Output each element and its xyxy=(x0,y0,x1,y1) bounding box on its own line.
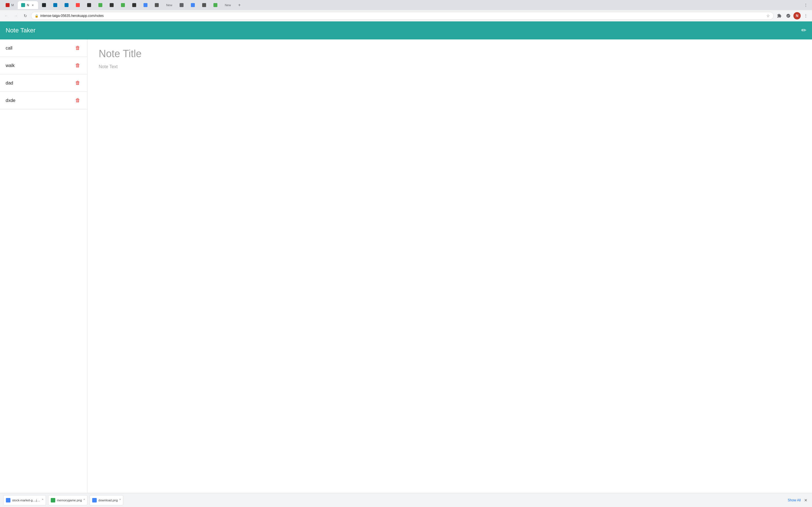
tab-favicon-13 xyxy=(202,3,206,7)
url-display: intense-taiga-05635.herokuapp.com/notes xyxy=(40,14,765,18)
tab-favicon-notetaker xyxy=(21,3,25,7)
note-title-dxde: dxde xyxy=(6,98,15,103)
download-chevron-2[interactable]: ^ xyxy=(84,499,85,502)
header-edit-icon[interactable]: ✏ xyxy=(801,27,806,34)
close-downloads-button[interactable]: ✕ xyxy=(803,497,809,504)
tab-favicon-github xyxy=(42,3,46,7)
download-item-1[interactable]: stock-market-g....jpeg ^ xyxy=(3,495,46,505)
note-title-walk: walk xyxy=(6,63,15,68)
tab-favicon-google xyxy=(191,3,195,7)
tab-favicon-14 xyxy=(213,3,217,7)
new-tab-button[interactable]: + xyxy=(236,2,243,8)
tab-bar: M N ✕ xyxy=(0,0,812,10)
tab-13[interactable] xyxy=(199,1,209,9)
tab-github[interactable] xyxy=(39,1,49,9)
app-header: Note Taker ✏ xyxy=(0,21,812,40)
tab-favicon-settings xyxy=(180,3,184,7)
tab-gmail[interactable]: M xyxy=(2,1,17,9)
tab-11[interactable] xyxy=(140,1,151,9)
delete-button-walk[interactable]: 🗑 xyxy=(74,61,82,69)
tab-favicon-6 xyxy=(87,3,91,7)
note-item-dad[interactable]: dad 🗑 xyxy=(0,74,87,92)
download-item-3[interactable]: download.png ^ xyxy=(90,495,123,505)
tab-3[interactable] xyxy=(50,1,61,9)
tab-favicon-12 xyxy=(155,3,159,7)
note-editor: Note Title Note Text xyxy=(87,40,812,493)
delete-button-call[interactable]: 🗑 xyxy=(74,44,82,52)
tab-title-new2: New xyxy=(225,3,231,7)
tab-title-notetaker: N xyxy=(27,3,29,7)
tab-favicon-gmail xyxy=(6,3,10,7)
tab-favicon-9 xyxy=(121,3,125,7)
tab-title-gmail: M xyxy=(11,3,14,7)
note-item-walk[interactable]: walk 🗑 xyxy=(0,57,87,74)
toolbar-icons: N ⋮ xyxy=(775,12,810,20)
note-title-dad: dad xyxy=(6,80,13,86)
tab-close-notetaker[interactable]: ✕ xyxy=(31,3,35,7)
app-title: Note Taker xyxy=(6,27,36,34)
tab-14[interactable] xyxy=(210,1,221,9)
delete-button-dxde[interactable]: 🗑 xyxy=(74,96,82,105)
download-chevron-3[interactable]: ^ xyxy=(119,499,121,502)
address-bar[interactable]: 🔒 intense-taiga-05635.herokuapp.com/note… xyxy=(31,12,774,20)
tab-6[interactable] xyxy=(84,1,94,9)
tab-10[interactable] xyxy=(129,1,140,9)
download-name-1: stock-market-g....jpeg xyxy=(12,499,40,502)
show-all-button[interactable]: Show All xyxy=(788,498,801,502)
notes-sidebar: call 🗑 walk 🗑 dad 🗑 dxde 🗑 xyxy=(0,40,87,493)
download-name-2: memorygame.png xyxy=(57,499,82,502)
download-chevron-1[interactable]: ^ xyxy=(42,499,43,502)
tab-12[interactable] xyxy=(151,1,162,9)
browser-menu-icon[interactable]: ⋮ xyxy=(802,1,810,9)
tab-7[interactable] xyxy=(95,1,106,9)
tab-9[interactable] xyxy=(117,1,128,9)
tab-notetaker[interactable]: N ✕ xyxy=(18,1,38,9)
tab-new1[interactable]: New xyxy=(163,1,175,9)
download-name-3: download.png xyxy=(98,499,118,502)
browser-chrome: M N ✕ xyxy=(0,0,812,21)
note-title-call: call xyxy=(6,46,12,51)
tab-4[interactable] xyxy=(61,1,72,9)
download-icon-2 xyxy=(51,498,55,503)
tab-title-new1: New xyxy=(166,3,172,7)
downloads-bar: stock-market-g....jpeg ^ memorygame.png … xyxy=(0,493,812,507)
tab-favicon-8 xyxy=(110,3,114,7)
tab-google[interactable] xyxy=(188,1,198,9)
extensions-icon[interactable] xyxy=(784,12,792,20)
tab-8[interactable] xyxy=(106,1,117,9)
download-icon-3 xyxy=(92,498,97,503)
tab-settings[interactable] xyxy=(176,1,187,9)
lock-icon: 🔒 xyxy=(35,14,39,18)
address-bar-row: ← → ↻ 🔒 intense-taiga-05635.herokuapp.co… xyxy=(0,10,812,21)
tab-favicon-5 xyxy=(76,3,80,7)
note-title-placeholder: Note Title xyxy=(99,48,801,60)
tab-favicon-11 xyxy=(144,3,147,7)
app-container: Note Taker ✏ call 🗑 walk 🗑 dad 🗑 dxde 🗑 xyxy=(0,21,812,493)
forward-button[interactable]: → xyxy=(12,12,20,20)
tab-favicon-10 xyxy=(132,3,136,7)
bookmark-star-icon[interactable]: ☆ xyxy=(766,13,770,18)
note-item-call[interactable]: call 🗑 xyxy=(0,40,87,57)
chrome-menu-icon[interactable]: ⋮ xyxy=(802,12,810,20)
tab-favicon-4 xyxy=(64,3,68,7)
tab-5[interactable] xyxy=(72,1,83,9)
back-button[interactable]: ← xyxy=(2,12,10,20)
tab-favicon-3 xyxy=(53,3,57,7)
download-item-2[interactable]: memorygame.png ^ xyxy=(48,495,87,505)
note-item-dxde[interactable]: dxde 🗑 xyxy=(0,92,87,109)
main-content: call 🗑 walk 🗑 dad 🗑 dxde 🗑 Note Title No… xyxy=(0,40,812,493)
tab-new2[interactable]: New xyxy=(221,1,234,9)
tab-favicon-7 xyxy=(98,3,102,7)
reload-button[interactable]: ↻ xyxy=(21,12,29,20)
note-text-placeholder: Note Text xyxy=(99,64,801,69)
extensions-puzzle-icon[interactable] xyxy=(775,12,783,20)
download-icon-1 xyxy=(6,498,10,503)
profile-avatar[interactable]: N xyxy=(794,12,801,19)
delete-button-dad[interactable]: 🗑 xyxy=(74,79,82,87)
